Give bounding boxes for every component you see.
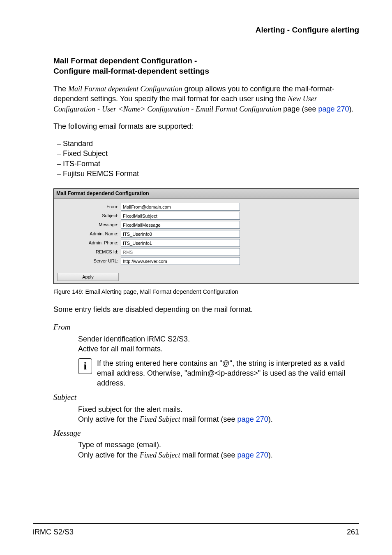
field-input[interactable] [121,221,240,229]
text: ). [349,105,353,113]
supported-line: The following email formats are supporte… [53,121,359,131]
term-subject: Subject [53,392,359,403]
page-link[interactable]: page 270 [318,105,349,113]
section-heading: Mail Format dependent Configuration - Co… [53,56,359,77]
field-label: Admin. Name: [57,231,121,237]
field-label: Subject: [57,213,121,219]
text: - [189,105,196,113]
italic-text: User <Name> Configuration [102,105,189,113]
text: mail format (see [180,415,238,423]
page-link[interactable]: page 270 [238,415,268,423]
section-heading-line1: Mail Format dependent Configuration - [53,56,197,65]
info-text: If the string entered here contains an "… [97,358,359,388]
config-row: Subject: [57,212,355,220]
config-panel: Mail Format dependend Configuration From… [53,188,359,284]
list-item: ITS-Format [53,159,359,169]
header-title: Alerting - Configure alerting [256,26,359,34]
italic-text: Email Format Configuration [196,105,281,113]
config-row: Server URL: [57,257,355,265]
italic-text: Mail Format dependent Configuration [68,85,182,93]
text: - [95,105,102,113]
field-input[interactable] [121,212,240,220]
term-message: Message [53,428,359,439]
info-note: i If the string entered here contains an… [78,358,359,388]
text: Fixed subject for the alert mails. [78,405,182,413]
page-link[interactable]: page 270 [238,451,268,459]
field-label: Server URL: [57,258,121,264]
field-input[interactable] [121,248,240,256]
panel-title: Mail Format dependend Configuration [54,189,359,199]
text: mail format (see [180,451,238,459]
page-header: Alerting - Configure alerting [33,25,359,38]
page-content: Mail Format dependent Configuration - Co… [33,56,359,460]
section-heading-line2: Configure mail-format-dependent settings [53,67,209,75]
field-input[interactable] [121,239,240,247]
field-input[interactable] [121,203,240,211]
panel-body: From:Subject:Message:Admin. Name:Admin. … [54,199,359,269]
list-item: Fixed Subject [53,149,359,158]
text: Active for all mail formats. [78,345,163,353]
field-label: REMCS Id: [57,249,121,255]
after-figure-text: Some entry fields are disabled depending… [53,304,359,314]
config-row: REMCS Id: [57,248,355,256]
page-footer: iRMC S2/S3 261 [33,523,359,537]
figure-caption: Figure 149: Email Alerting page, Mail Fo… [53,288,359,296]
config-row: Admin. Name: [57,230,355,238]
intro-paragraph: The Mail Format dependent Configuration … [53,84,359,114]
formats-list: Standard Fixed Subject ITS-Format Fujits… [53,139,359,179]
footer-left: iRMC S2/S3 [33,527,74,537]
text: Only active for the [78,451,140,459]
field-label: Message: [57,222,121,228]
italic-text: Fixed Subject [140,415,180,423]
def-from: Sender identification iRMC S2/S3. Active… [78,334,359,354]
footer-right: 261 [347,527,359,537]
text: The [53,85,68,93]
def-message: Type of message (email). Only active for… [78,440,359,460]
list-item: Standard [53,139,359,149]
config-row: From: [57,203,355,211]
config-row: Message: [57,221,355,229]
apply-button[interactable]: Apply [57,273,119,281]
field-input[interactable] [121,257,240,265]
italic-text: Fixed Subject [140,451,180,459]
apply-row: Apply [54,269,359,283]
info-icon: i [78,358,92,374]
field-label: Admin. Phone: [57,240,121,246]
term-from: From [53,322,359,332]
text: Sender identification iRMC S2/S3. [78,335,190,343]
figure: Mail Format dependend Configuration From… [53,188,359,296]
field-input[interactable] [121,230,240,238]
field-label: From: [57,204,121,210]
list-item: Fujitsu REMCS Format [53,169,359,179]
text: Type of message (email). [78,441,161,449]
def-subject: Fixed subject for the alert mails. Only … [78,404,359,425]
config-row: Admin. Phone: [57,239,355,247]
text: Only active for the [78,415,140,423]
text: page (see [281,105,318,113]
text: ). [268,451,273,459]
text: ). [268,415,273,423]
